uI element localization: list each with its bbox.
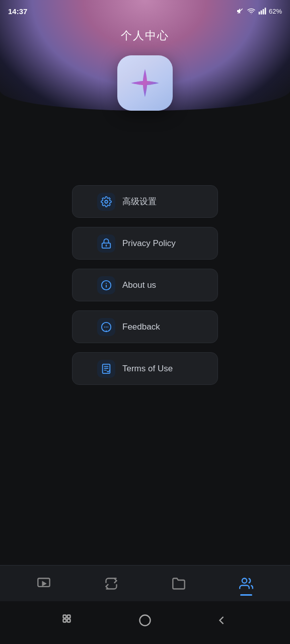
page-title: 个人中心 [0,28,290,43]
nav-item-media[interactable] [29,573,59,595]
terms-icon-bg [97,360,115,378]
svg-point-17 [107,327,108,328]
bottom-nav [0,565,290,601]
svg-point-8 [106,245,107,246]
terms-of-use-item[interactable]: Terms of Use [72,352,218,385]
feedback-item[interactable]: Feedback [72,310,218,343]
svg-point-15 [104,327,105,328]
battery-level: 62% [269,8,282,15]
settings-gear-icon [101,196,112,207]
transfer-icon [104,577,118,591]
privacy-policy-icon-bg [97,234,115,253]
svg-point-23 [242,578,247,583]
svg-rect-4 [263,9,264,15]
menu-container: 高级设置 Privacy Policy About us [72,185,218,385]
home-button[interactable] [138,613,152,627]
advanced-settings-icon-bg [97,193,115,211]
terms-document-icon [101,363,112,374]
svg-point-13 [106,283,107,284]
svg-point-16 [106,327,107,328]
svg-rect-18 [103,364,110,373]
svg-rect-26 [63,619,66,622]
wifi-icon [247,7,256,15]
status-time: 14:37 [8,7,27,16]
feedback-icon-bg [97,318,115,336]
feedback-chat-icon [101,321,112,333]
home-circle-icon [138,613,152,627]
nav-item-transfer[interactable] [96,573,126,595]
back-chevron-icon [214,613,229,627]
svg-point-28 [140,615,151,625]
media-icon [37,577,51,591]
about-us-icon-bg [97,276,115,294]
svg-rect-27 [67,619,70,622]
privacy-lock-icon [101,238,112,249]
system-nav [0,601,290,644]
folder-icon [172,577,186,591]
privacy-policy-item[interactable]: Privacy Policy [72,227,218,260]
about-info-icon [101,280,112,291]
terms-of-use-label: Terms of Use [122,364,193,374]
svg-point-1 [251,14,251,14]
back-button[interactable] [214,613,229,627]
about-us-label: About us [122,280,193,290]
status-icons: 62% [236,7,282,15]
svg-rect-5 [265,8,266,14]
profile-icon [239,577,253,591]
status-bar: 14:37 62% [0,0,290,22]
svg-rect-24 [63,615,66,618]
signal-icon [258,7,266,15]
sparkle-icon [129,67,161,99]
svg-rect-25 [67,615,70,618]
feedback-label: Feedback [122,322,193,332]
nav-item-files[interactable] [164,573,194,595]
svg-point-6 [105,200,108,203]
app-icon [117,55,173,111]
svg-rect-3 [261,11,262,15]
recent-apps-icon [61,613,76,627]
mute-icon [236,7,244,15]
advanced-settings-item[interactable]: 高级设置 [72,185,218,218]
about-us-item[interactable]: About us [72,269,218,301]
advanced-settings-label: 高级设置 [122,196,193,207]
nav-item-profile[interactable] [231,573,261,595]
svg-rect-2 [259,12,260,14]
recent-apps-button[interactable] [61,613,76,627]
privacy-policy-label: Privacy Policy [122,238,193,249]
